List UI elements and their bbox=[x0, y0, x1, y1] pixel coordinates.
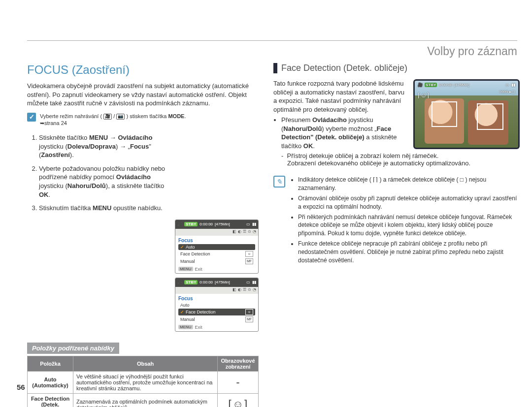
col-polozka: Položka bbox=[28, 356, 73, 371]
col-display: Obrazovkové zobrazení bbox=[218, 356, 259, 371]
osd-icon: ◔ bbox=[253, 229, 256, 235]
cam-mode-icon: 🎥 bbox=[418, 83, 423, 87]
info-note-item: Funkce detekce obličeje nepracuje při za… bbox=[298, 240, 520, 264]
osd-bottom-right: 9999 ▸▢ bbox=[499, 90, 515, 94]
fd-top-block: Tato funkce rozpozná tvary podobné lidsk… bbox=[273, 79, 520, 151]
osd-icon: ⊙ bbox=[248, 229, 251, 235]
mode-note: ✓ Vyberte režim nahrávání ( 🎥 / 📷 ) stis… bbox=[27, 113, 259, 127]
osd-icon: ⊙ bbox=[248, 287, 251, 293]
menu-item-auto: ✓Auto bbox=[178, 244, 255, 250]
shot-time: 0:00:00 bbox=[200, 222, 213, 226]
shot-time: 0:00:00 bbox=[200, 280, 213, 284]
osd-icon: ☰ bbox=[243, 287, 246, 293]
focus-heading: FOCUS (Zaostření) bbox=[27, 63, 259, 77]
info-note-item: Orámování obličeje osoby při zapnutí det… bbox=[298, 194, 520, 211]
battery-icon: ▮▮ bbox=[252, 280, 256, 284]
info-note-block: ✎ Indikátory detekce obličeje ( ⌈⌉ ) a r… bbox=[273, 176, 520, 266]
card-icon: ▭ bbox=[246, 280, 250, 284]
cam-mode-icon: 🎥 bbox=[177, 222, 182, 226]
cell-desc: Ve většině situací je výhodnější použít … bbox=[73, 371, 218, 393]
fd-sub-line: - Přístroj detekuje obličej a zobrazí ko… bbox=[281, 152, 520, 159]
shot-remain: [475Min] bbox=[215, 280, 230, 284]
cell-desc: Zaznamenává za optimálních podmínek auto… bbox=[73, 393, 218, 407]
menu-title: Focus bbox=[178, 296, 255, 301]
menu-button-label: MENU bbox=[178, 325, 193, 329]
face-detect-small-icon: ☺ bbox=[245, 309, 253, 315]
manual-focus-small-icon: MF bbox=[245, 258, 253, 264]
steps-and-shots: Stiskněte tlačítko MENU → Ovládacího joy… bbox=[27, 130, 259, 335]
menu-item-manual: ManualMF bbox=[178, 316, 255, 323]
battery-icon: ▮▮ bbox=[252, 222, 256, 226]
osd-icon: ◐ bbox=[238, 287, 241, 293]
fd-bullet: Přesunem Ovládacího joysticku (Nahoru/Do… bbox=[281, 116, 407, 150]
left-column: FOCUS (Zaostření) Videokamera obyčejně p… bbox=[27, 63, 259, 407]
fd-text-block: Tato funkce rozpozná tvary podobné lidsk… bbox=[273, 79, 407, 151]
right-column: Face Detection (Detek. obličeje) Tato fu… bbox=[273, 63, 520, 266]
table-row: Face Detection (Detek. obličeje) Zazname… bbox=[28, 393, 259, 407]
step-2: Vyberte požadovanou položku nabídky nebo… bbox=[39, 164, 177, 199]
cell-item: Auto (Automaticky) bbox=[28, 371, 73, 393]
menu-item-fd: Face Detection☺ bbox=[178, 250, 255, 257]
menu-item-fd: ✓Face Detection☺ bbox=[178, 309, 255, 315]
info-note-item: Při některých podmínkách nahrávání nemus… bbox=[298, 213, 520, 238]
video-icon: 🎥 bbox=[103, 114, 112, 120]
section-header-bar: Volby pro záznam bbox=[27, 40, 517, 58]
submenu-heading: Položky podřízené nabídky bbox=[27, 343, 119, 354]
osd-stby: STBY bbox=[425, 83, 437, 87]
menu-title: Focus bbox=[178, 238, 255, 243]
step-list: Stiskněte tlačítko MENU → Ovládacího joy… bbox=[27, 133, 177, 217]
lcd-shot-1: 🎥 STBY 0:00:00 [475Min] ▭ ▮▮ ◧◐☰⊙◔ Focus… bbox=[175, 219, 259, 274]
mode-note-text: Vyberte režim nahrávání ( 🎥 / 📷 ) stiske… bbox=[40, 113, 186, 127]
manual-page: Volby pro záznam FOCUS (Zaostření) Video… bbox=[0, 0, 532, 407]
photo-icon: 📷 bbox=[116, 114, 125, 120]
cell-item: Face Detection (Detek. obličeje) bbox=[28, 393, 73, 407]
fd-para: Tato funkce rozpozná tvary podobné lidsk… bbox=[273, 79, 407, 114]
shot-remain: [475Min] bbox=[215, 222, 230, 226]
cell-icon-none: - bbox=[218, 371, 259, 393]
table-row: Auto (Automaticky) Ve většině situací je… bbox=[28, 371, 259, 393]
fd-sub-detail: - Přístroj detekuje obličej a zobrazí ko… bbox=[281, 152, 520, 167]
osd-icon: ◐ bbox=[238, 229, 241, 235]
cam-mode-icon: 🎥 bbox=[177, 280, 182, 284]
face-rect-2 bbox=[477, 103, 503, 130]
card-icon: ▭ bbox=[246, 222, 250, 226]
osd-icon: ◔ bbox=[253, 287, 256, 293]
info-note-list: Indikátory detekce obličeje ( ⌈⌉ ) a rám… bbox=[290, 176, 520, 266]
status-stby: STBY bbox=[184, 280, 198, 284]
osd-icon: ◧ bbox=[233, 229, 236, 235]
section-title: Volby pro záznam bbox=[27, 45, 517, 58]
menu-button-label: MENU bbox=[178, 267, 193, 271]
submenu-table: Položka Obsah Obrazovkové zobrazení Auto… bbox=[27, 356, 259, 407]
lcd-screenshots: 🎥 STBY 0:00:00 [475Min] ▭ ▮▮ ◧◐☰⊙◔ Focus… bbox=[175, 219, 259, 336]
osd-icon: ◧ bbox=[233, 287, 236, 293]
face-detect-osd-icon: ⌈☺⌉ bbox=[418, 92, 429, 99]
exit-label: Exit bbox=[195, 267, 202, 272]
face-detect-icon: ⌈☺⌉ bbox=[218, 393, 259, 407]
face-rect-1 bbox=[432, 101, 457, 127]
info-note-icon: ✎ bbox=[273, 176, 285, 188]
osd-icon: ☰ bbox=[243, 229, 246, 235]
lcd-preview: 🎥 STBY 0:00:00 [475Min] ▭ ▮▮ ⌈☺⌉ 9999 ▸▢ bbox=[413, 79, 520, 149]
check-icon: ✓ bbox=[27, 113, 36, 122]
page-number: 56 bbox=[17, 383, 25, 391]
lcd-shot-2: 🎥 STBY 0:00:00 [475Min] ▭ ▮▮ ◧◐☰⊙◔ Focus… bbox=[175, 278, 259, 332]
osd-time: 0:00:00 bbox=[439, 83, 452, 87]
fd-sub-line: Zobrazení detekovaného obličeje je autom… bbox=[281, 159, 520, 167]
battery-icon: ▮▮ bbox=[511, 83, 515, 87]
step-1: Stiskněte tlačítko MENU → Ovládacího joy… bbox=[39, 133, 177, 159]
step-3: Stisknutím tlačítka MENU opustíte nabídk… bbox=[39, 204, 177, 213]
manual-focus-small-icon: MF bbox=[245, 316, 253, 322]
face-detection-heading: Face Detection (Detek. obličeje) bbox=[273, 63, 520, 73]
menu-item-manual: ManualMF bbox=[178, 258, 255, 265]
status-stby: STBY bbox=[184, 222, 198, 226]
exit-label: Exit bbox=[195, 325, 202, 330]
menu-item-auto: Auto bbox=[178, 302, 255, 308]
card-icon: ▭ bbox=[505, 83, 509, 87]
col-obsah: Obsah bbox=[73, 356, 218, 371]
info-note-item: Indikátory detekce obličeje ( ⌈⌉ ) a rám… bbox=[298, 176, 520, 192]
osd-remain: [475Min] bbox=[454, 83, 469, 87]
face-detect-small-icon: ☺ bbox=[245, 251, 253, 257]
focus-intro: Videokamera obyčejně provádí zaostření n… bbox=[27, 82, 259, 108]
